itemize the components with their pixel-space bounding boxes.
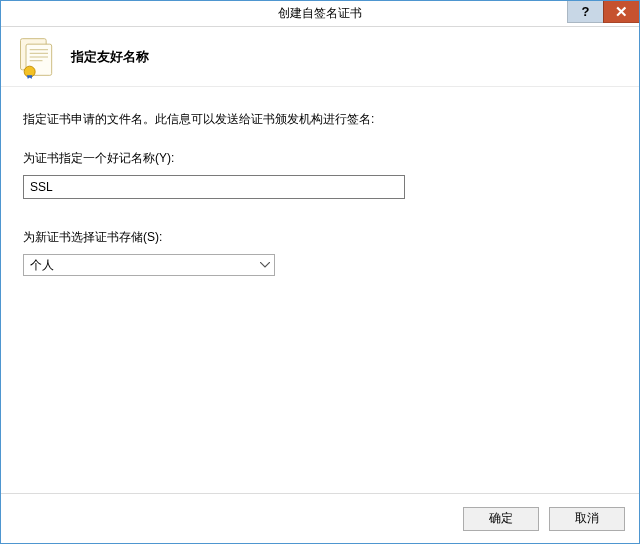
cancel-button[interactable]: 取消 — [549, 507, 625, 531]
friendly-name-field: 为证书指定一个好记名称(Y): — [23, 150, 617, 199]
header-section: 指定友好名称 — [1, 27, 639, 87]
dialog-window: 创建自签名证书 ? ✕ 指定友好名称 指定证书申请的文件 — [0, 0, 640, 544]
close-icon: ✕ — [615, 3, 628, 21]
certificate-icon — [15, 35, 59, 79]
close-button[interactable]: ✕ — [603, 1, 639, 23]
cert-store-field: 为新证书选择证书存储(S): 个人 — [23, 229, 617, 276]
friendly-name-label: 为证书指定一个好记名称(Y): — [23, 150, 617, 167]
help-button[interactable]: ? — [567, 1, 603, 23]
cert-store-select[interactable]: 个人 — [23, 254, 275, 276]
cert-store-selected: 个人 — [24, 257, 256, 274]
dialog-footer: 确定 取消 — [1, 493, 639, 543]
window-title: 创建自签名证书 — [1, 5, 639, 22]
titlebar-buttons: ? ✕ — [567, 1, 639, 23]
cert-store-label: 为新证书选择证书存储(S): — [23, 229, 617, 246]
friendly-name-input[interactable] — [23, 175, 405, 199]
content-area: 指定证书申请的文件名。此信息可以发送给证书颁发机构进行签名: 为证书指定一个好记… — [1, 87, 639, 493]
chevron-down-icon — [256, 255, 274, 275]
header-title: 指定友好名称 — [71, 48, 149, 66]
help-icon: ? — [582, 4, 590, 19]
titlebar: 创建自签名证书 ? ✕ — [1, 1, 639, 27]
ok-button[interactable]: 确定 — [463, 507, 539, 531]
description-text: 指定证书申请的文件名。此信息可以发送给证书颁发机构进行签名: — [23, 111, 617, 128]
